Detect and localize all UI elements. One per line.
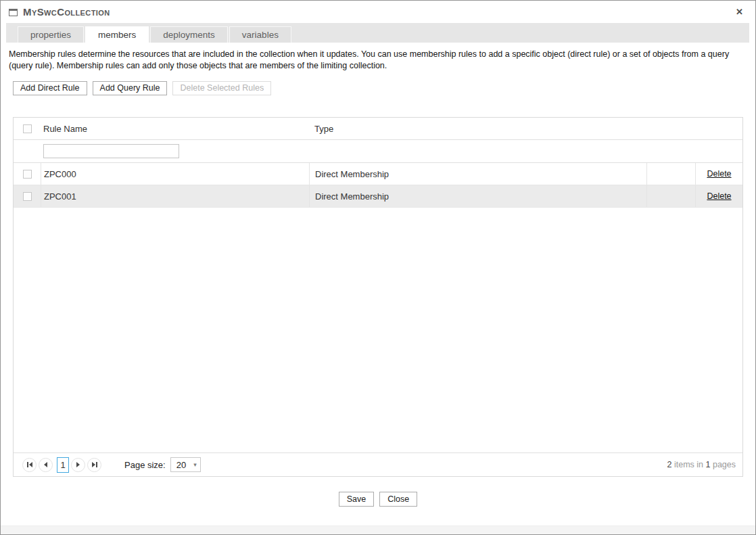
select-all-checkbox[interactable] [23, 124, 32, 133]
title-bar: MySwcCollection ✕ [1, 1, 755, 23]
page-size-dropdown[interactable]: 20 ▾ [170, 457, 201, 472]
delete-rule-link[interactable]: Delete [707, 191, 731, 201]
previous-page-icon [44, 462, 47, 467]
table-row: ZPC000 Direct Membership Delete [14, 163, 742, 185]
table-pager: 1 Page size: 20 ▾ 2 items in 1 pages [14, 452, 742, 476]
dropdown-arrow-icon: ▾ [193, 461, 197, 468]
tab-deployments[interactable]: deployments [150, 26, 228, 43]
page-size-label: Page size: [124, 460, 166, 470]
rule-name-cell: ZPC000 [41, 163, 309, 185]
items-count: 2 [667, 460, 672, 469]
next-page-button[interactable] [71, 458, 85, 472]
bottom-strip [1, 526, 755, 534]
add-direct-rule-button[interactable]: Add Direct Rule [13, 81, 87, 95]
last-page-button[interactable] [87, 458, 101, 472]
next-page-icon [76, 462, 80, 467]
column-header-rule-name: Rule Name [41, 118, 309, 139]
save-button[interactable]: Save [339, 492, 375, 507]
column-header-type: Type [309, 118, 646, 139]
first-page-button[interactable] [22, 458, 37, 472]
tab-strip: properties members deployments variables [6, 23, 749, 43]
dialog-title: MySwcCollection [23, 6, 110, 18]
delete-selected-rules-button: Delete Selected Rules [172, 81, 271, 95]
rule-name-filter-input[interactable] [43, 144, 179, 158]
pager-summary: 2 items in 1 pages [667, 460, 736, 469]
tab-members[interactable]: members [85, 26, 149, 43]
tab-properties[interactable]: properties [18, 26, 84, 43]
rule-type-cell: Direct Membership [309, 185, 646, 207]
delete-rule-link[interactable]: Delete [707, 169, 731, 179]
close-icon[interactable]: ✕ [733, 6, 746, 18]
table-header-row: Rule Name Type [14, 118, 742, 140]
rules-toolbar: Add Direct Rule Add Query Rule Delete Se… [13, 81, 755, 95]
membership-rules-table: Rule Name Type ZPC000 Direct Membership [13, 117, 743, 477]
table-empty-area [14, 208, 742, 452]
row-checkbox[interactable] [23, 192, 32, 201]
membership-rules-description: Membership rules determine the resources… [9, 49, 747, 72]
current-page-indicator[interactable]: 1 [57, 457, 69, 473]
dialog-footer: Save Close [1, 492, 755, 507]
page-size-value: 20 [176, 460, 186, 470]
add-query-rule-button[interactable]: Add Query Rule [93, 81, 168, 95]
rule-name-cell: ZPC001 [41, 185, 309, 207]
rule-type-cell: Direct Membership [309, 163, 646, 185]
close-button[interactable]: Close [379, 492, 417, 507]
window-icon [9, 9, 18, 16]
previous-page-button[interactable] [39, 458, 53, 472]
row-checkbox[interactable] [23, 170, 32, 179]
collection-dialog: MySwcCollection ✕ properties members dep… [0, 0, 756, 535]
last-page-icon [92, 462, 97, 467]
table-row: ZPC001 Direct Membership Delete [14, 185, 742, 208]
table-filter-row [14, 140, 742, 163]
first-page-icon [27, 462, 32, 467]
tab-variables[interactable]: variables [229, 26, 291, 43]
